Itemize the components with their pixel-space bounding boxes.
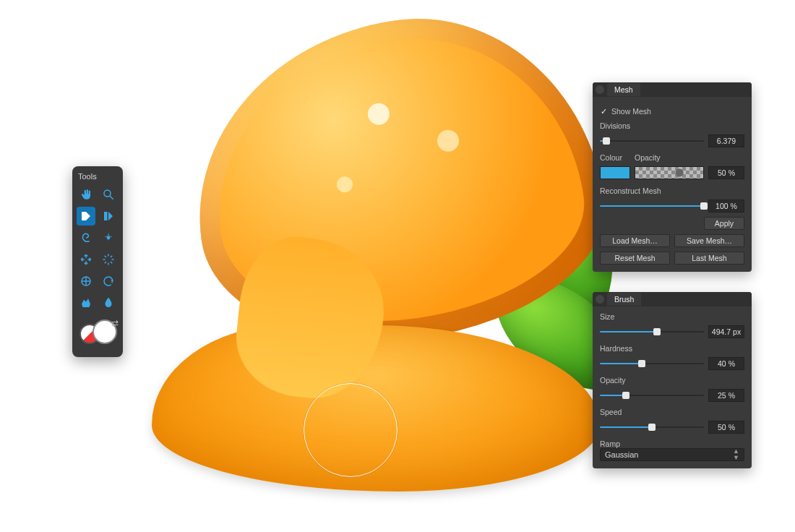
brush-ramp-label: Ramp [600,439,744,448]
divisions-value[interactable]: 6.379 [708,134,744,147]
brush-tab[interactable]: Brush [607,293,641,306]
pinch-tool-icon[interactable] [99,228,118,247]
brush-ramp-select[interactable]: Gaussian▲▼ [600,448,744,461]
mesh-opacity-value[interactable]: 50 % [708,166,744,179]
brush-cursor-ring [304,383,398,477]
freeze-tool-icon[interactable] [77,293,95,312]
mesh-panel: Mesh ✓ Show Mesh Divisions 6.379 Colour … [593,82,752,272]
punch-tool-icon[interactable] [77,250,95,269]
mesh-clone-icon[interactable] [77,272,95,291]
color-wells: ⇄ [77,318,119,350]
brush-speed-value[interactable]: 50 % [708,421,744,434]
mesh-colour-swatch[interactable] [600,166,630,179]
reconstruct-tool-icon[interactable] [99,272,118,291]
swap-colors-icon[interactable]: ⇄ [111,318,119,328]
reconstruct-label: Reconstruct Mesh [600,186,744,195]
brush-panel: Brush Size494.7 pxHardness40 %Opacity25 … [593,292,752,468]
brush-hardness-value[interactable]: 40 % [708,357,744,370]
apply-button[interactable]: Apply [704,217,744,230]
thaw-tool-icon[interactable] [99,293,118,312]
zoom-tool-icon[interactable] [99,185,118,204]
tools-panel: Tools ⇄ [72,166,123,357]
show-mesh-checkbox[interactable]: ✓ [600,108,607,115]
panel-menu-icon[interactable] [596,295,604,304]
liquify-push-icon[interactable] [77,207,95,226]
brush-hardness-label: Hardness [600,344,744,353]
hand-tool-icon[interactable] [77,185,95,204]
divisions-slider[interactable] [600,136,704,146]
brush-size-slider[interactable] [600,327,704,337]
brush-size-label: Size [600,312,744,321]
brush-opacity-value[interactable]: 25 % [708,389,744,402]
chevron-updown-icon: ▲▼ [733,448,739,461]
load-mesh-button[interactable]: Load Mesh… [600,234,670,247]
brush-speed-slider[interactable] [600,422,704,432]
reset-mesh-button[interactable]: Reset Mesh [600,252,670,265]
colour-label: Colour [600,153,630,162]
turbulence-tool-icon[interactable] [99,250,118,269]
reconstruct-slider[interactable] [600,201,704,211]
brush-size-value[interactable]: 494.7 px [708,325,744,338]
liquify-push-left-icon[interactable] [99,207,118,226]
brush-hardness-slider[interactable] [600,359,704,369]
reconstruct-value[interactable]: 100 % [708,200,744,213]
mesh-opacity-label: Opacity [635,153,661,162]
mesh-tab[interactable]: Mesh [607,83,640,96]
twirl-tool-icon[interactable] [77,228,95,247]
panel-menu-icon[interactable] [596,85,604,94]
brush-opacity-label: Opacity [600,376,744,385]
divisions-label: Divisions [600,121,744,130]
tools-panel-title: Tools [77,171,119,185]
last-mesh-button[interactable]: Last Mesh [674,252,744,265]
brush-opacity-slider[interactable] [600,390,704,400]
brush-speed-label: Speed [600,408,744,416]
show-mesh-label: Show Mesh [611,107,651,116]
save-mesh-button[interactable]: Save Mesh… [674,234,744,247]
mesh-opacity-picker[interactable] [635,166,704,179]
brush-ramp-value: Gaussian [605,450,638,459]
